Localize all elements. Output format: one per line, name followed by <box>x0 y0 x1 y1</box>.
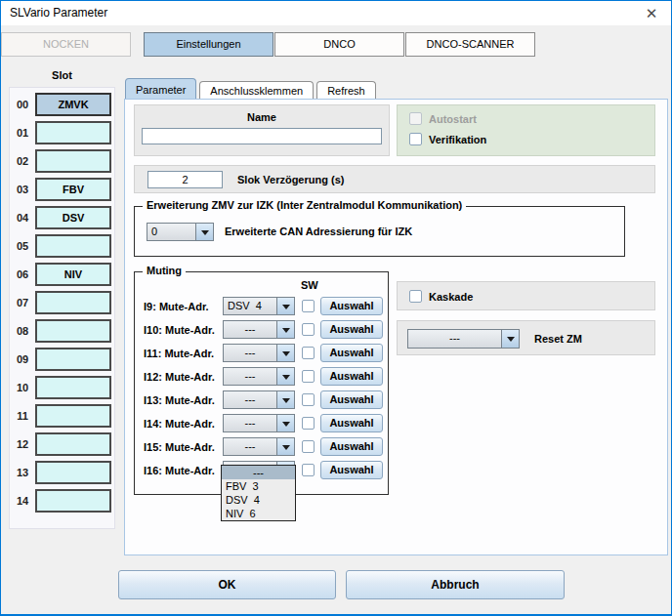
mute-row: I12: Mute-Adr. --- Auswahl <box>135 367 388 386</box>
mute-row-label: I14: Mute-Adr. <box>144 418 223 430</box>
mute-sw-checkbox[interactable] <box>302 370 315 383</box>
mute-address-combo-value: --- <box>224 391 276 408</box>
dropdown-arrow-icon[interactable] <box>276 415 294 431</box>
slot-box[interactable] <box>35 121 111 144</box>
mute-address-combo-value: --- <box>224 438 276 455</box>
dropdown-arrow-icon[interactable] <box>276 391 294 408</box>
auswahl-button[interactable]: Auswahl <box>320 414 383 432</box>
mute-sw-checkbox[interactable] <box>302 393 315 406</box>
mute-address-combo[interactable]: --- <box>223 390 295 409</box>
mute-sw-checkbox[interactable] <box>302 464 315 476</box>
mute-address-combo[interactable]: --- <box>223 320 295 339</box>
abbruch-button[interactable]: Abbruch <box>346 570 565 599</box>
slot-box[interactable] <box>35 149 111 173</box>
slot-box[interactable] <box>35 489 111 513</box>
mute-address-combo[interactable]: --- <box>223 437 295 456</box>
auswahl-button[interactable]: Auswahl <box>320 437 383 456</box>
slot-box[interactable] <box>35 432 111 456</box>
name-label: Name <box>135 111 389 123</box>
tab[interactable]: Refresh <box>316 81 376 99</box>
slot-number: 10 <box>10 382 35 393</box>
mute-address-combo[interactable]: --- <box>223 414 295 432</box>
dropdown-arrow-icon[interactable] <box>276 298 294 314</box>
muting-group-title: Muting <box>143 265 186 276</box>
slot-number: 12 <box>10 438 35 450</box>
mute-row-label: I15: Mute-Adr. <box>144 441 223 453</box>
mute-sw-checkbox[interactable] <box>302 323 315 336</box>
slot-number: 13 <box>10 467 35 478</box>
slot-box[interactable] <box>35 404 111 428</box>
dropdown-item[interactable]: DSV 4 <box>222 493 295 507</box>
slot-box[interactable]: ZMVK <box>35 93 111 116</box>
mute-row: I10: Mute-Adr. --- Auswahl <box>135 320 388 339</box>
kaskade-checkbox[interactable] <box>409 290 422 303</box>
slot-number: 02 <box>10 155 35 167</box>
tab[interactable]: Parameter <box>125 78 196 99</box>
mute-sw-checkbox[interactable] <box>302 347 315 359</box>
auswahl-button[interactable]: Auswahl <box>320 390 383 409</box>
slot-number: 04 <box>10 212 35 224</box>
autostart-row: Autostart <box>409 112 477 125</box>
slot-row: 08 <box>10 319 114 343</box>
slot-row: 02 <box>10 149 114 173</box>
dropdown-arrow-icon[interactable] <box>195 224 213 240</box>
slok-delay-input[interactable] <box>147 171 223 188</box>
mute-row: I14: Mute-Adr. --- Auswahl <box>135 414 388 432</box>
nav-button[interactable]: DNCO-SCANNER <box>405 32 535 57</box>
slot-number: 05 <box>10 240 35 252</box>
reset-zm-combo[interactable]: --- <box>407 329 520 349</box>
slot-row: 13 <box>10 461 114 484</box>
mute-sw-checkbox[interactable] <box>302 417 315 430</box>
mute-address-combo[interactable]: --- <box>223 344 295 362</box>
mute-row-label: I10: Mute-Adr. <box>144 324 223 336</box>
dropdown-item[interactable]: --- <box>222 466 295 479</box>
auswahl-button[interactable]: Auswahl <box>320 461 383 479</box>
izk-can-combo[interactable]: 0 <box>147 223 214 241</box>
slot-box[interactable] <box>35 461 111 484</box>
dropdown-item[interactable]: NIV 6 <box>222 507 295 520</box>
auswahl-button[interactable]: Auswahl <box>320 320 383 339</box>
nav-button[interactable]: NOCKEN <box>1 32 131 57</box>
dropdown-arrow-icon[interactable] <box>276 345 294 361</box>
mute-address-combo-value: --- <box>224 321 276 338</box>
slot-box[interactable]: DSV <box>35 206 111 229</box>
mute-sw-checkbox[interactable] <box>302 440 315 453</box>
dropdown-arrow-icon[interactable] <box>501 330 519 348</box>
nav-button[interactable]: DNCO <box>274 32 404 57</box>
slot-box[interactable] <box>35 319 111 343</box>
mute-sw-checkbox[interactable] <box>302 300 315 312</box>
slot-box[interactable]: NIV <box>35 263 111 286</box>
kaskade-panel: Kaskade <box>397 281 655 310</box>
verifikation-checkbox[interactable] <box>409 133 422 145</box>
close-icon[interactable]: ✕ <box>640 3 663 23</box>
slot-box[interactable] <box>35 376 111 399</box>
name-input[interactable] <box>142 128 382 144</box>
slot-number: 03 <box>10 184 35 195</box>
mute-row-label: I9: Mute-Adr. <box>144 301 223 312</box>
mute-row-label: I12: Mute-Adr. <box>144 371 223 383</box>
mute-address-combo-value: DSV 4 <box>224 298 276 314</box>
slot-number: 07 <box>10 297 35 308</box>
slot-box[interactable] <box>35 234 111 258</box>
slok-panel: Slok Verzögerung (s) <box>134 165 655 193</box>
dropdown-item[interactable]: FBV 3 <box>222 479 295 493</box>
izk-can-combo-value: 0 <box>147 224 195 240</box>
slot-box[interactable] <box>35 291 111 314</box>
slot-box[interactable] <box>35 348 111 371</box>
slot-box[interactable]: FBV <box>35 178 111 201</box>
slot-list: 00 ZMVK 01 02 03 FBV 04 DSV <box>9 87 115 529</box>
dropdown-arrow-icon[interactable] <box>276 321 294 338</box>
auswahl-button[interactable]: Auswahl <box>320 367 383 386</box>
ok-button[interactable]: OK <box>118 570 336 599</box>
auswahl-button[interactable]: Auswahl <box>320 297 383 315</box>
mute-address-combo-value: --- <box>224 368 276 385</box>
mute-row: I11: Mute-Adr. --- Auswahl <box>135 344 388 362</box>
mute-address-combo[interactable]: --- <box>223 367 295 386</box>
dropdown-arrow-icon[interactable] <box>276 368 294 385</box>
dropdown-arrow-icon[interactable] <box>276 438 294 455</box>
mute-address-combo[interactable]: DSV 4 <box>223 297 295 315</box>
auswahl-button[interactable]: Auswahl <box>320 344 383 362</box>
tab[interactable]: Anschlussklemmen <box>199 81 314 99</box>
tab-bar: Parameter Anschlussklemmen Refresh <box>125 78 376 99</box>
nav-button[interactable]: Einstellungen <box>144 32 273 57</box>
